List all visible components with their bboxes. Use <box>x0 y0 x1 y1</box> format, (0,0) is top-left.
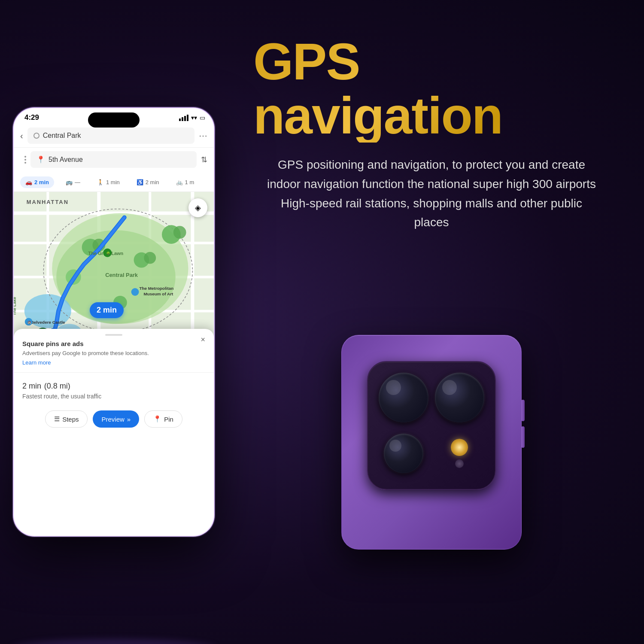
svg-point-22 <box>173 226 186 239</box>
svg-text:MANHATTAN: MANHATTAN <box>27 199 69 205</box>
pin-icon: 📍 <box>153 415 161 423</box>
action-buttons: ☰ Steps Preview » 📍 Pin <box>14 406 214 436</box>
map-layers-button[interactable]: ◈ <box>188 198 207 217</box>
camera-module <box>367 361 496 490</box>
battery-icon: ▭ <box>200 114 205 121</box>
gps-title: GPS navigation <box>253 34 610 143</box>
tab-bike[interactable]: 🚲 1 m <box>171 176 200 188</box>
phone-front: 4:29 ▾▾ ▭ ‹ Central Park ⋯ <box>13 107 215 537</box>
phone-back-section <box>228 335 644 644</box>
pin-label: Pin <box>164 416 173 423</box>
popup-handle <box>105 334 122 336</box>
back-button[interactable]: ‹ <box>20 131 23 141</box>
destination-row: 📍 5th Avenue ⇅ <box>14 148 214 173</box>
wide-camera-lens <box>384 434 423 473</box>
walk-icon: 🚶 <box>97 179 104 185</box>
tab-transit[interactable]: 🚌 — <box>61 176 85 188</box>
bike-time: 1 m <box>185 179 194 185</box>
popup-close-button[interactable]: × <box>200 335 205 344</box>
wifi-icon: ▾▾ <box>191 114 197 121</box>
accessible-icon: ♿ <box>137 179 143 185</box>
route-dots-icon <box>20 156 26 164</box>
phone-back <box>341 335 522 550</box>
svg-text:🌳: 🌳 <box>106 251 110 255</box>
svg-text:Belvedere Castle: Belvedere Castle <box>31 320 65 325</box>
preview-button[interactable]: Preview » <box>93 410 139 428</box>
car-time: 2 min <box>34 179 49 185</box>
gps-description: GPS positioning and navigation, to prote… <box>253 155 610 232</box>
svg-text:Central Park: Central Park <box>105 272 138 278</box>
from-value: Central Park <box>43 132 81 140</box>
popup-description: Advertisers pay Google to promote these … <box>22 349 205 357</box>
dynamic-island <box>88 112 140 128</box>
side-button-1 <box>521 400 525 421</box>
main-camera-lens <box>379 373 428 422</box>
right-section: GPS navigation GPS positioning and navig… <box>228 0 644 644</box>
status-bar: 4:29 ▾▾ ▭ <box>14 108 214 124</box>
steps-label: Steps <box>62 416 79 423</box>
bike-icon: 🚲 <box>176 179 183 185</box>
svg-point-18 <box>144 252 156 264</box>
preview-arrows-icon: » <box>127 416 131 423</box>
route-time-badge: 2 min <box>90 302 124 318</box>
flash-module <box>435 429 485 479</box>
status-icons: ▾▾ ▭ <box>179 114 205 121</box>
popup-title: Square pins are ads <box>22 340 205 347</box>
preview-label: Preview <box>101 416 124 423</box>
map-area[interactable]: M MANHATTAN The Great Lawn 🌳 Central Par… <box>14 192 214 372</box>
gps-text-area: GPS navigation GPS positioning and navig… <box>228 0 644 335</box>
tele-camera-lens <box>435 373 485 422</box>
car-icon: 🚗 <box>25 179 32 185</box>
from-input[interactable]: Central Park <box>27 128 194 144</box>
svg-text:Museum of Art: Museum of Art <box>143 292 173 296</box>
walk-time: 1 min <box>106 179 120 185</box>
signal-bars-icon <box>179 115 188 121</box>
left-section: 4:29 ▾▾ ▭ ‹ Central Park ⋯ <box>0 0 228 644</box>
transit-icon: 🚌 <box>66 179 73 185</box>
search-from-row: ‹ Central Park ⋯ <box>14 124 214 148</box>
steps-icon: ☰ <box>54 415 60 423</box>
flash-sensor-icon <box>455 459 464 468</box>
svg-point-37 <box>131 288 139 296</box>
route-info: 2 min (0.8 mi) Fastest route, the usual … <box>14 372 214 406</box>
flash-light-icon <box>451 439 468 456</box>
svg-text:The Lake: The Lake <box>14 297 17 315</box>
origin-dot-icon <box>33 133 39 139</box>
to-input[interactable]: 📍 5th Avenue <box>30 151 197 168</box>
ad-popup: Square pins are ads × Advertisers pay Go… <box>14 329 214 372</box>
tab-car[interactable]: 🚗 2 min <box>20 176 54 188</box>
side-buttons <box>521 400 525 448</box>
gps-title-line1: GPS <box>253 34 610 88</box>
side-button-2 <box>521 426 525 448</box>
steps-button[interactable]: ☰ Steps <box>45 410 88 428</box>
accessible-time: 2 min <box>146 179 159 185</box>
transit-time: — <box>75 179 80 185</box>
phone-reflection <box>12 640 216 644</box>
route-description: Fastest route, the usual traffic <box>22 393 205 400</box>
svg-text:The Metropolitan: The Metropolitan <box>139 286 173 291</box>
svg-text:🏰: 🏰 <box>27 320 31 324</box>
swap-directions-button[interactable]: ⇅ <box>201 155 207 164</box>
tab-walk[interactable]: 🚶 1 min <box>92 176 125 188</box>
more-options-button[interactable]: ⋯ <box>199 131 207 141</box>
pin-button[interactable]: 📍 Pin <box>144 410 182 428</box>
to-value: 5th Avenue <box>49 156 83 164</box>
transport-tabs: 🚗 2 min 🚌 — 🚶 1 min ♿ 2 min 🚲 1 m <box>14 173 214 192</box>
tab-accessible[interactable]: ♿ 2 min <box>131 176 164 188</box>
gps-title-line2: navigation <box>253 88 610 143</box>
destination-pin-icon: 📍 <box>36 155 45 164</box>
route-time-display: 2 min (0.8 mi) <box>22 379 205 391</box>
status-time: 4:29 <box>24 113 39 122</box>
learn-more-link[interactable]: Learn more <box>22 359 205 366</box>
